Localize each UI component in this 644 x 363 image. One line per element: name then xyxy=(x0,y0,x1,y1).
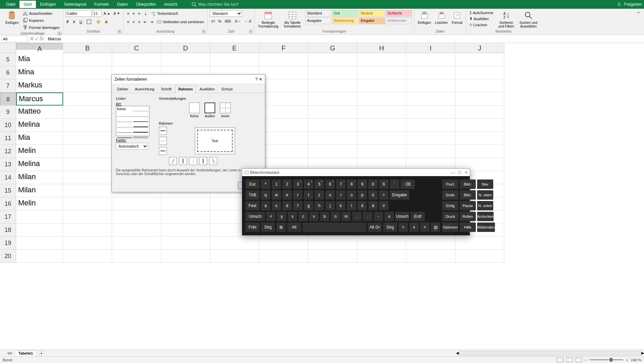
osk-key[interactable]: Alt xyxy=(287,223,301,232)
osk-key[interactable]: d xyxy=(282,201,292,210)
osk-key[interactable]: t xyxy=(304,190,313,200)
cell[interactable] xyxy=(406,92,455,106)
cell[interactable]: Mia xyxy=(16,132,63,145)
osk-key[interactable]: ä xyxy=(368,201,378,210)
osk-key[interactable]: r xyxy=(293,190,303,200)
cell[interactable] xyxy=(63,158,112,171)
osk-key[interactable]: # xyxy=(379,201,388,210)
cell[interactable] xyxy=(357,106,406,119)
cell[interactable] xyxy=(112,210,161,224)
style-berechnung[interactable]: Berechnung xyxy=(332,17,358,24)
cell[interactable] xyxy=(308,106,357,119)
increase-indent-button[interactable]: ⇥ xyxy=(149,19,154,25)
merge-center-button[interactable]: Verbinden und zentrieren xyxy=(155,18,205,25)
new-sheet-button[interactable]: + xyxy=(39,351,44,356)
cell[interactable] xyxy=(112,53,161,66)
osk-key[interactable]: Einfg xyxy=(442,201,458,210)
increase-decimal-button[interactable]: .0→ xyxy=(233,18,242,24)
collapse-ribbon-button[interactable]: ⌃ xyxy=(635,9,642,35)
osk-key[interactable]: < xyxy=(399,223,408,232)
osk-key[interactable]: Entf xyxy=(411,212,425,221)
percent-format-button[interactable]: % xyxy=(217,18,223,24)
osk-key[interactable]: f xyxy=(293,201,303,210)
name-box[interactable] xyxy=(1,36,28,42)
osk-key[interactable]: - xyxy=(374,212,383,221)
sheet-next-button[interactable]: ▶ xyxy=(10,351,13,355)
style-schlecht[interactable]: Schlecht xyxy=(386,10,412,17)
line-style-option[interactable] xyxy=(117,113,132,117)
osk-key[interactable]: Umsch xyxy=(395,212,409,221)
osk-key[interactable]: q xyxy=(261,190,270,200)
cell[interactable] xyxy=(63,224,112,237)
column-header[interactable]: C xyxy=(112,43,161,53)
cell[interactable]: Melin xyxy=(16,197,63,210)
cell[interactable] xyxy=(455,119,504,132)
cell[interactable] xyxy=(16,250,63,263)
line-style-option[interactable] xyxy=(117,123,132,127)
cell[interactable] xyxy=(210,250,259,263)
cell[interactable] xyxy=(357,119,406,132)
align-left-button[interactable]: ≡ xyxy=(126,19,130,25)
line-style-option[interactable] xyxy=(133,129,148,133)
cell[interactable] xyxy=(308,250,357,263)
column-header[interactable]: I xyxy=(406,43,455,53)
osk-key[interactable]: ∨ xyxy=(409,223,419,232)
paste-button[interactable]: Einfügen xyxy=(4,10,20,25)
fx-button[interactable]: fx xyxy=(40,36,44,42)
cell[interactable]: Melina xyxy=(16,158,63,171)
cell[interactable] xyxy=(406,237,455,250)
cell[interactable] xyxy=(63,53,112,66)
cell[interactable] xyxy=(455,106,504,119)
line-style-option[interactable] xyxy=(117,129,132,133)
osk-minimize-button[interactable]: — xyxy=(451,170,455,175)
cell[interactable] xyxy=(455,92,504,106)
formulas-tab[interactable]: Formeln xyxy=(90,1,113,8)
style-eingabe[interactable]: Eingabe xyxy=(359,17,385,24)
cell[interactable] xyxy=(357,145,406,158)
border-diag-up-button[interactable]: ╱ xyxy=(169,157,177,165)
cell[interactable] xyxy=(161,197,210,210)
osk-key[interactable]: c xyxy=(298,212,308,221)
cell[interactable] xyxy=(63,132,112,145)
pagelayout-tab[interactable]: Seitenlayout xyxy=(60,1,90,8)
osk-key[interactable]: > xyxy=(420,223,429,232)
pagebreak-view-button[interactable] xyxy=(576,358,582,362)
border-button[interactable] xyxy=(85,18,93,25)
cell[interactable] xyxy=(455,79,504,92)
row-header[interactable]: 6 xyxy=(0,66,16,79)
dialog-tab[interactable]: Rahmen xyxy=(175,85,196,93)
cell[interactable]: Markus xyxy=(16,79,63,92)
cancel-formula-button[interactable]: ✕ xyxy=(30,36,34,42)
osk-key[interactable]: e xyxy=(282,190,292,200)
font-launcher[interactable]: ⬊ xyxy=(118,30,121,33)
tell-me-search[interactable]: Was möchten Sie tun? xyxy=(191,2,238,7)
row-header[interactable]: 12 xyxy=(0,145,16,158)
insert-cells-button[interactable]: Einfügen xyxy=(416,10,432,25)
osk-key[interactable]: k xyxy=(336,201,346,210)
align-bottom-button[interactable]: ≡ xyxy=(137,11,141,16)
osk-key[interactable]: TAB xyxy=(245,190,260,200)
border-top-button[interactable] xyxy=(159,127,167,135)
sheet-prev-button[interactable]: ◀ xyxy=(7,351,9,355)
dialog-help-button[interactable]: ? xyxy=(255,77,258,82)
osk-key[interactable]: s xyxy=(272,201,281,210)
cell[interactable] xyxy=(357,237,406,250)
osk-key[interactable]: 4$ xyxy=(304,179,313,189)
column-header[interactable]: J xyxy=(455,43,504,53)
preset-none[interactable]: Keine xyxy=(189,103,200,118)
line-style-option[interactable] xyxy=(133,118,148,122)
cell[interactable] xyxy=(259,132,308,145)
osk-key[interactable]: 3§ xyxy=(293,179,303,189)
orientation-button[interactable]: ⭭ xyxy=(142,11,149,16)
cell[interactable] xyxy=(63,92,112,106)
osk-key[interactable]: Bild↓ xyxy=(460,190,476,200)
osk-key[interactable]: ß? xyxy=(379,179,388,189)
style-neutral[interactable]: Neutral xyxy=(359,10,385,17)
line-style-option[interactable] xyxy=(133,113,148,117)
osk-key[interactable]: ö xyxy=(358,201,367,210)
osk-key[interactable]: 6& xyxy=(325,179,335,189)
format-cells-button[interactable]: Format xyxy=(450,10,464,25)
data-tab[interactable]: Daten xyxy=(113,1,132,8)
align-launcher[interactable]: ⬊ xyxy=(202,30,205,33)
osk-key[interactable]: Ende xyxy=(442,190,458,200)
